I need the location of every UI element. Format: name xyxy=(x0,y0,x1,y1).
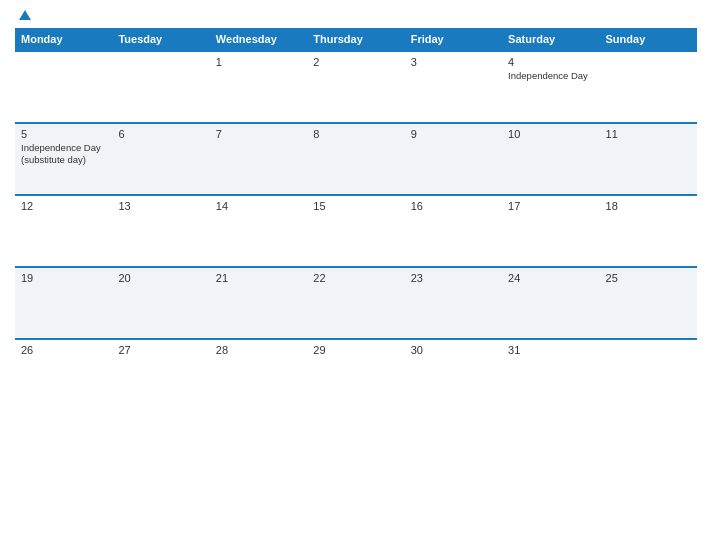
day-number: 3 xyxy=(411,56,496,68)
day-number: 27 xyxy=(118,344,203,356)
calendar-cell: 2 xyxy=(307,51,404,123)
calendar-cell: 12 xyxy=(15,195,112,267)
calendar-cell: 10 xyxy=(502,123,599,195)
holiday-label: Independence Day (substitute day) xyxy=(21,142,106,167)
calendar-cell: 24 xyxy=(502,267,599,339)
calendar-cell: 28 xyxy=(210,339,307,411)
day-number: 18 xyxy=(606,200,691,212)
calendar-cell: 8 xyxy=(307,123,404,195)
day-number: 8 xyxy=(313,128,398,140)
calendar-cell: 29 xyxy=(307,339,404,411)
calendar-header-row: MondayTuesdayWednesdayThursdayFridaySatu… xyxy=(15,28,697,51)
day-number: 21 xyxy=(216,272,301,284)
calendar-cell: 9 xyxy=(405,123,502,195)
calendar-cell: 25 xyxy=(600,267,697,339)
day-number: 15 xyxy=(313,200,398,212)
calendar-week-row: 12131415161718 xyxy=(15,195,697,267)
day-number: 4 xyxy=(508,56,593,68)
day-number: 17 xyxy=(508,200,593,212)
weekday-header-thursday: Thursday xyxy=(307,28,404,51)
day-number: 31 xyxy=(508,344,593,356)
calendar-cell: 26 xyxy=(15,339,112,411)
calendar-cell: 13 xyxy=(112,195,209,267)
calendar-week-row: 5Independence Day (substitute day)678910… xyxy=(15,123,697,195)
calendar-cell: 14 xyxy=(210,195,307,267)
calendar-week-row: 1234Independence Day xyxy=(15,51,697,123)
day-number: 10 xyxy=(508,128,593,140)
weekday-header-saturday: Saturday xyxy=(502,28,599,51)
calendar-cell: 16 xyxy=(405,195,502,267)
calendar-cell: 3 xyxy=(405,51,502,123)
calendar-cell: 23 xyxy=(405,267,502,339)
calendar-page: MondayTuesdayWednesdayThursdayFridaySatu… xyxy=(0,0,712,550)
calendar-cell: 19 xyxy=(15,267,112,339)
logo xyxy=(15,10,31,20)
calendar-cell: 18 xyxy=(600,195,697,267)
weekday-header-tuesday: Tuesday xyxy=(112,28,209,51)
day-number: 14 xyxy=(216,200,301,212)
day-number: 25 xyxy=(606,272,691,284)
day-number: 22 xyxy=(313,272,398,284)
day-number: 20 xyxy=(118,272,203,284)
day-number: 19 xyxy=(21,272,106,284)
calendar-cell: 22 xyxy=(307,267,404,339)
calendar-cell: 6 xyxy=(112,123,209,195)
calendar-cell: 21 xyxy=(210,267,307,339)
calendar-cell xyxy=(600,339,697,411)
logo-triangle-icon xyxy=(19,10,31,20)
day-number: 16 xyxy=(411,200,496,212)
calendar-cell: 5Independence Day (substitute day) xyxy=(15,123,112,195)
calendar-cell xyxy=(112,51,209,123)
day-number: 26 xyxy=(21,344,106,356)
day-number: 29 xyxy=(313,344,398,356)
day-number: 5 xyxy=(21,128,106,140)
day-number: 23 xyxy=(411,272,496,284)
calendar-cell: 30 xyxy=(405,339,502,411)
calendar-header xyxy=(15,10,697,20)
day-number: 1 xyxy=(216,56,301,68)
logo-blue-text xyxy=(15,10,31,20)
calendar-cell: 7 xyxy=(210,123,307,195)
day-number: 7 xyxy=(216,128,301,140)
day-number: 11 xyxy=(606,128,691,140)
calendar-cell: 1 xyxy=(210,51,307,123)
day-number: 30 xyxy=(411,344,496,356)
day-number: 24 xyxy=(508,272,593,284)
calendar-cell xyxy=(600,51,697,123)
weekday-header-sunday: Sunday xyxy=(600,28,697,51)
calendar-week-row: 262728293031 xyxy=(15,339,697,411)
day-number: 28 xyxy=(216,344,301,356)
day-number: 12 xyxy=(21,200,106,212)
day-number: 2 xyxy=(313,56,398,68)
calendar-cell xyxy=(15,51,112,123)
calendar-cell: 4Independence Day xyxy=(502,51,599,123)
day-number: 9 xyxy=(411,128,496,140)
holiday-label: Independence Day xyxy=(508,70,593,82)
calendar-cell: 15 xyxy=(307,195,404,267)
day-number: 6 xyxy=(118,128,203,140)
calendar-table: MondayTuesdayWednesdayThursdayFridaySatu… xyxy=(15,28,697,411)
weekday-header-monday: Monday xyxy=(15,28,112,51)
calendar-week-row: 19202122232425 xyxy=(15,267,697,339)
calendar-cell: 31 xyxy=(502,339,599,411)
day-number: 13 xyxy=(118,200,203,212)
calendar-cell: 17 xyxy=(502,195,599,267)
calendar-cell: 11 xyxy=(600,123,697,195)
weekday-header-wednesday: Wednesday xyxy=(210,28,307,51)
weekday-header-friday: Friday xyxy=(405,28,502,51)
calendar-cell: 27 xyxy=(112,339,209,411)
calendar-cell: 20 xyxy=(112,267,209,339)
